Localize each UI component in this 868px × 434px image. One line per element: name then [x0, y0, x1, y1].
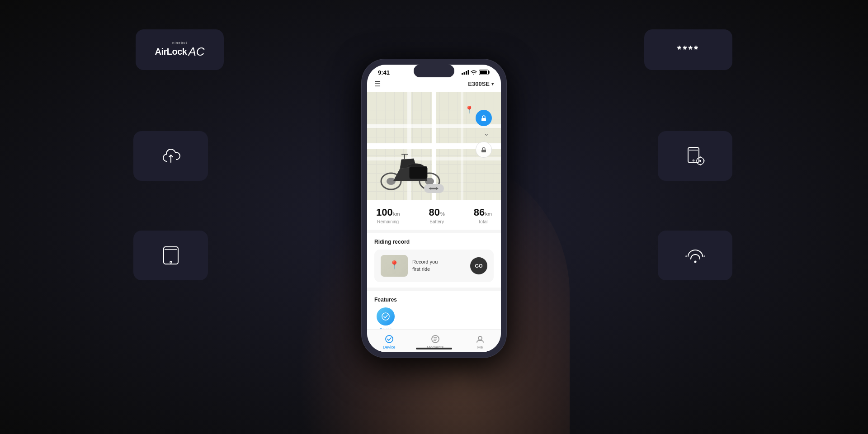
- svg-rect-31: [481, 150, 486, 152]
- svg-rect-17: [464, 72, 465, 75]
- nav-me-icon: [475, 334, 485, 344]
- horn-button[interactable]: [424, 184, 444, 193]
- stat-battery: 80% Battery: [429, 207, 444, 224]
- stars-text: ****: [677, 43, 699, 56]
- dropdown-arrow[interactable]: ▾: [491, 81, 494, 86]
- stat-remaining: 100km Remaining: [376, 207, 400, 224]
- record-title: Record you first ride: [412, 259, 466, 273]
- airlock-logo: ninebot AirLock AC: [155, 41, 204, 59]
- stat-remaining-label: Remaining: [376, 219, 400, 224]
- go-button[interactable]: GO: [470, 257, 487, 274]
- airlock-text: AirLock: [155, 47, 187, 57]
- features-title: Features: [374, 297, 494, 303]
- svg-point-34: [386, 335, 393, 343]
- svg-rect-16: [462, 73, 463, 75]
- svg-rect-4: [688, 147, 699, 163]
- nav-device-icon: [384, 334, 394, 344]
- nav-moments-icon: [430, 334, 440, 344]
- airlock-card: ninebot AirLock AC: [136, 29, 224, 70]
- svg-point-5: [693, 160, 694, 161]
- tablet-left-icon: [163, 246, 179, 265]
- stats-area: 100km Remaining 80% Battery 86km: [367, 200, 501, 230]
- stat-battery-value: 80%: [429, 207, 444, 218]
- app-header: ☰ E300SE ▾: [367, 78, 501, 92]
- svg-point-33: [382, 313, 389, 320]
- svg-rect-29: [409, 166, 427, 179]
- status-icons: [462, 70, 490, 75]
- signal-icon: [462, 70, 469, 75]
- home-indicator: [416, 348, 452, 349]
- stars-card: ****: [644, 29, 732, 70]
- stat-total-value: 86km: [474, 207, 492, 218]
- svg-point-15: [703, 255, 705, 257]
- stat-remaining-value: 100km: [376, 207, 400, 218]
- stat-battery-label: Battery: [429, 219, 444, 224]
- status-time: 9:41: [378, 69, 390, 76]
- lock-button[interactable]: [476, 110, 492, 126]
- nav-me[interactable]: Me: [475, 333, 485, 350]
- battery-status-icon: [479, 70, 490, 75]
- tablet-left-card: [133, 231, 208, 280]
- svg-rect-19: [468, 70, 469, 75]
- cloud-upload-icon: [160, 147, 182, 165]
- map-pin-1: 📍: [465, 105, 474, 114]
- features-section: Features Device: [367, 291, 501, 334]
- svg-point-39: [478, 336, 482, 340]
- svg-point-8: [699, 160, 701, 162]
- lock-button-2[interactable]: [476, 142, 492, 158]
- upload-card: [133, 131, 208, 181]
- device-name: E300SE ▾: [468, 80, 494, 87]
- phone-screen: 9:41: [367, 65, 501, 352]
- riding-record-section: Riding record 📍 Record you first ride GO: [367, 233, 501, 288]
- record-card: 📍 Record you first ride GO: [374, 250, 494, 282]
- stat-total-label: Total: [474, 219, 492, 224]
- svg-rect-18: [466, 71, 467, 75]
- record-map-pin: 📍: [389, 260, 399, 270]
- wifi-card: [658, 231, 732, 280]
- map-chevron-icon: ⌄: [484, 130, 489, 137]
- nav-device[interactable]: Device: [383, 333, 396, 350]
- phone-locate-card: [658, 131, 732, 181]
- svg-point-2: [170, 261, 172, 263]
- ninebot-text: ninebot: [172, 41, 187, 45]
- nav-device-label: Device: [383, 345, 396, 349]
- svg-rect-22: [480, 71, 487, 74]
- phone-mockup: 9:41: [362, 59, 506, 358]
- wifi-status-icon: [471, 70, 477, 75]
- feature-item-device[interactable]: Device: [374, 307, 397, 332]
- stat-total: 86km Total: [474, 207, 492, 224]
- svg-rect-30: [481, 118, 486, 121]
- riding-record-title: Riding record: [374, 239, 494, 245]
- svg-point-20: [473, 74, 474, 75]
- phone-outer: 9:41: [362, 59, 506, 358]
- svg-point-14: [685, 255, 687, 257]
- feature-device-icon: [377, 307, 395, 326]
- main-scene: ninebot AirLock AC ****: [0, 0, 868, 434]
- record-map-thumbnail: 📍: [381, 255, 408, 277]
- phone-locate-icon: [685, 146, 705, 165]
- svg-point-13: [694, 261, 696, 263]
- map-area: 📍 📍: [367, 92, 501, 200]
- menu-icon[interactable]: ☰: [374, 80, 381, 88]
- wifi-signal-icon: [684, 247, 706, 264]
- nav-me-label: Me: [477, 345, 483, 349]
- svg-rect-32: [431, 188, 436, 189]
- record-text: Record you first ride: [412, 259, 466, 273]
- features-grid: Device: [374, 307, 494, 332]
